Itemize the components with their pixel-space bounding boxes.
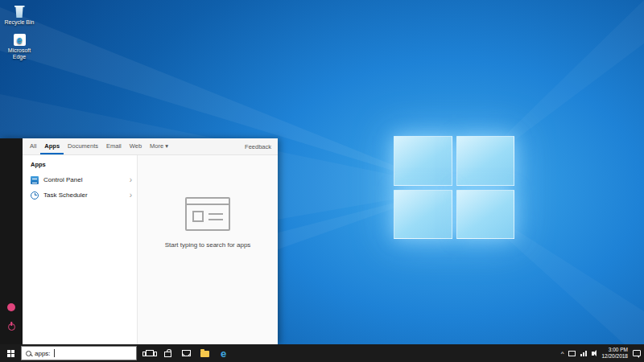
tab-documents[interactable]: Documents — [64, 138, 102, 154]
windows-logo-pane — [456, 190, 515, 240]
recycle-bin-icon — [14, 6, 25, 18]
power-glyph — [8, 323, 15, 331]
windows-start-icon — [7, 350, 14, 357]
file-explorer-button[interactable] — [196, 344, 214, 362]
task-view-button[interactable] — [140, 344, 159, 362]
edge-icon: e — [221, 348, 226, 359]
edge-glyph: e — [17, 35, 23, 45]
mail-envelope-icon — [182, 350, 191, 356]
chevron-right-icon: › — [130, 191, 132, 200]
system-tray: ^ 3:00 PM 12/20/2018 — [561, 347, 644, 360]
result-control-panel[interactable]: Control Panel › — [23, 172, 137, 187]
chevron-right-icon: › — [130, 176, 132, 184]
store-button[interactable] — [159, 344, 177, 362]
search-input-value: apps: — [35, 350, 51, 357]
result-task-scheduler[interactable]: Task Scheduler › — [23, 187, 137, 203]
result-label: Task Scheduler — [43, 191, 125, 199]
flyout-left-rail — [0, 138, 23, 344]
edge-icon: e — [14, 34, 26, 46]
search-flyout: All Apps Documents Email Web More ▾ Feed… — [0, 138, 278, 344]
edge-button[interactable]: e — [214, 344, 233, 362]
app-window-placeholder-icon — [185, 197, 230, 231]
text-cursor — [54, 349, 55, 357]
section-header-apps: Apps — [23, 155, 137, 172]
volume-icon[interactable] — [592, 352, 594, 356]
windows-logo-pane — [456, 136, 515, 186]
desktop-icon-microsoft-edge[interactable]: e Microsoft Edge — [2, 34, 37, 61]
tab-more[interactable]: More ▾ — [146, 138, 172, 154]
desktop-icon-recycle-bin[interactable]: Recycle Bin — [2, 6, 37, 26]
folder-icon — [200, 351, 209, 357]
control-panel-icon — [31, 176, 39, 184]
mail-button[interactable] — [177, 344, 196, 362]
search-results-panel: Apps Control Panel › Task Scheduler › — [23, 155, 137, 344]
tray-clock[interactable]: 3:00 PM 12/20/2018 — [601, 347, 628, 360]
tab-email[interactable]: Email — [102, 138, 126, 154]
windows-logo-pane — [394, 136, 452, 186]
placeholder-line — [208, 213, 223, 215]
start-button[interactable] — [0, 344, 21, 362]
windows-logo-wallpaper — [394, 136, 514, 239]
task-scheduler-icon — [31, 191, 39, 200]
search-preview-panel: Start typing to search for apps — [137, 155, 278, 344]
tray-expand-caret[interactable]: ^ — [561, 350, 564, 357]
tab-all[interactable]: All — [26, 138, 40, 154]
tab-web[interactable]: Web — [126, 138, 146, 154]
power-icon[interactable] — [6, 322, 16, 331]
search-tab-bar: All Apps Documents Email Web More ▾ Feed… — [23, 138, 278, 155]
user-avatar-icon[interactable] — [6, 302, 16, 312]
display-icon[interactable] — [568, 351, 576, 356]
placeholder-line — [208, 219, 223, 220]
windows-logo-pane — [394, 190, 452, 240]
desktop-icon-label: Recycle Bin — [2, 19, 37, 26]
taskbar: apps: e ^ 3:00 PM 12/20/2018 — [0, 344, 644, 362]
tray-time: 3:00 PM — [601, 347, 628, 353]
taskbar-app-icons: e — [140, 344, 233, 362]
tray-date: 12/20/2018 — [601, 353, 628, 360]
empty-state-text: Start typing to search for apps — [138, 241, 278, 249]
taskbar-search-input[interactable]: apps: — [21, 346, 137, 360]
feedback-link[interactable]: Feedback — [238, 138, 278, 154]
tab-apps[interactable]: Apps — [40, 138, 64, 154]
avatar-dot — [7, 303, 15, 311]
result-label: Control Panel — [43, 176, 125, 183]
placeholder-thumbnail — [192, 211, 204, 222]
task-view-icon — [146, 350, 154, 356]
search-icon — [26, 351, 31, 356]
store-bag-icon — [164, 352, 171, 357]
action-center-icon[interactable] — [633, 350, 641, 356]
network-icon[interactable] — [580, 351, 587, 356]
placeholder-titlebar — [187, 199, 229, 205]
desktop-icon-label: Microsoft Edge — [2, 47, 37, 61]
